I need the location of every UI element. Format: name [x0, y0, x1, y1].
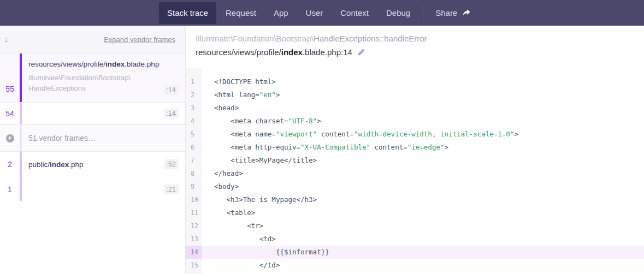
frame-line-badge: :21: [164, 184, 179, 194]
frame-down-arrow-icon[interactable]: ↓: [3, 34, 9, 44]
code-text: <meta http-equiv="X-UA-Compatible" conte…: [202, 141, 448, 154]
stack-frame-54[interactable]: 54 :14: [0, 103, 185, 124]
frame-line-badge: :14: [164, 85, 179, 95]
code-line: 5 <meta name="viewport" content="width=d…: [186, 128, 644, 141]
tab-stack-trace[interactable]: Stack trace: [159, 2, 216, 24]
code-line: 10 <h3>The is Mypage</h3>: [186, 193, 644, 206]
code-line: 6 <meta http-equiv="X-UA-Compatible" con…: [186, 141, 644, 154]
frame-number: 2: [0, 152, 20, 177]
code-panel: Illuminate\Foundation\Bootstrap\HandleEx…: [186, 26, 644, 274]
code-line: 12 <tr>: [186, 219, 644, 233]
topbar-divider: [423, 6, 423, 20]
line-number: 1: [186, 75, 202, 88]
frame-file-path: public/index.php: [28, 160, 178, 169]
vendor-gutter: +: [0, 125, 20, 151]
line-number: 12: [186, 219, 202, 233]
code-line: 3<head>: [186, 102, 644, 115]
code-text: <head>: [202, 102, 239, 115]
frame-class-name: Illuminate\Foundation\Bootstrap\ HandleE…: [28, 73, 178, 94]
expand-plus-icon[interactable]: +: [6, 134, 14, 142]
code-text: <meta charset="UTF-8">: [202, 115, 321, 128]
frame-body: resources/views/profile/index.blade.php …: [22, 53, 185, 102]
line-number: 15: [186, 259, 202, 272]
line-number: 4: [186, 115, 202, 128]
frame-nav-arrows: ↑ ↓: [0, 34, 9, 44]
code-text: </td>: [202, 259, 280, 272]
code-line: 8</head>: [186, 167, 644, 180]
code-text: <h3>The is Mypage</h3>: [202, 193, 317, 206]
code-text: <meta name="viewport" content="width=dev…: [202, 128, 518, 141]
stack-frame-2[interactable]: 2 public/index.php :52: [0, 152, 185, 177]
frame-body: :14: [22, 103, 185, 124]
frame-number: 1: [0, 177, 20, 201]
share-icon: [462, 9, 471, 17]
exception-class: Illuminate\Foundation\Bootstrap\HandleEx…: [196, 33, 644, 44]
code-line: 4 <meta charset="UTF-8">: [186, 115, 644, 128]
code-line: 9<body>: [186, 180, 644, 193]
line-number: 10: [186, 193, 202, 206]
code-panel-header: Illuminate\Foundation\Bootstrap\HandleEx…: [186, 26, 644, 68]
line-number: 11: [186, 206, 202, 219]
line-number: 6: [186, 141, 202, 154]
line-number: 9: [186, 180, 202, 193]
tab-user[interactable]: User: [298, 2, 332, 24]
edit-in-editor-icon[interactable]: [357, 49, 365, 56]
top-navigation-bar: Stack trace Request App User Context Deb…: [0, 0, 644, 26]
line-number: 3: [186, 102, 202, 115]
code-line: 14 {{$informat}}: [186, 246, 644, 259]
code-text: <tr>: [202, 219, 263, 233]
open-file-path: resources/views/profile/index.blade.php:…: [196, 47, 644, 58]
line-number: 7: [186, 154, 202, 167]
code-text: <html lang="en">: [202, 88, 280, 102]
tab-debug[interactable]: Debug: [378, 2, 418, 24]
vendor-frames-row[interactable]: + 51 vendor frames…: [0, 124, 185, 152]
code-viewer: 1<!DOCTYPE html>2<html lang="en">3<head>…: [186, 68, 644, 274]
code-text: <td>: [202, 233, 276, 246]
share-button[interactable]: Share: [430, 8, 476, 17]
stack-frames-sidebar: ↑ ↓ Expand vendor frames 55 resources/vi…: [0, 26, 186, 274]
line-number: 8: [186, 167, 202, 180]
code-line: 11 <table>: [186, 206, 644, 219]
frame-number: 54: [0, 103, 20, 124]
code-lines: 1<!DOCTYPE html>2<html lang="en">3<head>…: [186, 75, 644, 272]
code-text: <table>: [202, 206, 255, 219]
code-text: {{$informat}}: [202, 246, 329, 259]
code-line: 1<!DOCTYPE html>: [186, 75, 644, 88]
line-number: 2: [186, 88, 202, 102]
line-number: 13: [186, 233, 202, 246]
sidebar-header: ↑ ↓ Expand vendor frames: [0, 26, 185, 53]
code-text: <body>: [202, 180, 239, 193]
code-line: 2<html lang="en">: [186, 88, 644, 102]
code-text: <title>MyPage</title>: [202, 154, 317, 167]
code-line: 13 <td>: [186, 233, 644, 246]
vendor-frames-label: 51 vendor frames…: [22, 134, 96, 142]
frame-line-badge: :14: [164, 109, 179, 118]
code-text: <!DOCTYPE html>: [202, 75, 276, 88]
share-label: Share: [435, 8, 457, 17]
code-line: 15 </td>: [186, 259, 644, 272]
frame-body: :21: [22, 177, 185, 201]
line-number: 14: [186, 246, 202, 259]
frame-file-path: resources/views/profile/index.blade.php: [28, 60, 178, 68]
tab-request[interactable]: Request: [217, 2, 264, 24]
expand-vendor-frames-link[interactable]: Expand vendor frames: [104, 35, 175, 44]
tab-app[interactable]: App: [265, 2, 297, 24]
code-line: 7 <title>MyPage</title>: [186, 154, 644, 167]
frame-body: public/index.php :52: [22, 152, 185, 177]
tab-context[interactable]: Context: [332, 2, 377, 24]
frame-number: 55: [0, 53, 20, 102]
stack-frame-55[interactable]: 55 resources/views/profile/index.blade.p…: [0, 53, 185, 103]
frame-line-badge: :52: [164, 159, 179, 169]
line-number: 5: [186, 128, 202, 141]
code-text: </head>: [202, 167, 243, 180]
stack-frame-1[interactable]: 1 :21: [0, 177, 185, 201]
